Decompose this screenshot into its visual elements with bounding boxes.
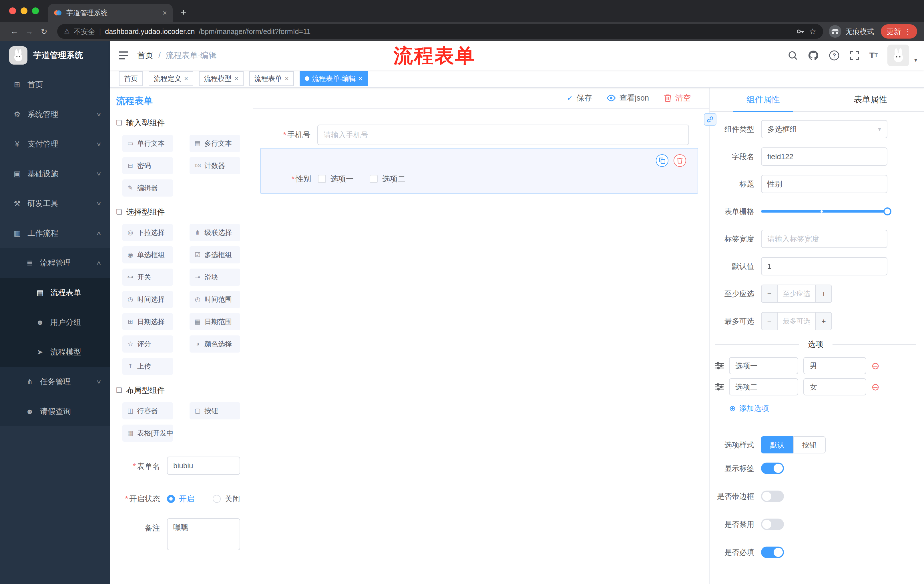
reload-button[interactable]: ↻ [36,27,51,36]
status-off-radio[interactable]: 关闭 [213,494,240,504]
increase-button[interactable]: + [815,313,832,330]
window-zoom-button[interactable] [32,7,39,14]
tag-close-icon[interactable]: × [184,74,188,82]
github-icon[interactable] [808,50,819,61]
tab-form-props[interactable]: 表单属性 [817,88,924,112]
required-toggle[interactable] [761,546,784,558]
label-width-input[interactable] [761,230,888,248]
field-name-input[interactable] [761,147,888,166]
option-value-input[interactable] [804,357,866,374]
browser-tab[interactable]: 芋道管理系统 × [48,4,173,22]
breadcrumb-home[interactable]: 首页 [137,51,153,60]
palette-item-single-line-text[interactable]: ▭单行文本 [122,135,173,152]
sidebar-item-system[interactable]: ⚙ 系统管理 ∨ [0,99,110,129]
form-remark-textarea[interactable]: 嘿嘿 [167,518,240,550]
option-drag-icon[interactable] [715,362,724,369]
tag-close-icon[interactable]: × [285,74,289,82]
selected-widget-gender[interactable]: *性别 选项一 选项二 [260,148,698,194]
option-label-input[interactable] [729,378,798,395]
avatar-caret-icon[interactable]: ▾ [914,57,917,63]
sidebar-logo[interactable]: 芋道管理系统 [0,41,110,70]
title-input[interactable] [761,175,888,193]
avatar[interactable] [888,44,909,66]
style-default-button[interactable]: 默认 [761,436,793,453]
sidebar-item-process-model[interactable]: ➤ 流程模型 [0,337,110,367]
option-remove-button[interactable]: ⊖ [871,361,880,370]
bookmark-star-icon[interactable]: ☆ [809,27,816,36]
option-value-input[interactable] [804,378,866,395]
sidebar-item-home[interactable]: ⊞ 首页 [0,70,110,99]
tag-process-model[interactable]: 流程模型× [199,71,244,86]
palette-item-select[interactable]: ◎下拉选择 [122,224,173,241]
address-bar[interactable]: ⚠ 不安全 | dashboard.yudao.iocoder.cn/bpm/m… [57,24,823,39]
tag-process-form-edit[interactable]: 流程表单-编辑× [300,71,368,86]
palette-item-counter[interactable]: 123计数器 [190,157,240,174]
decrease-button[interactable]: − [762,285,778,302]
gender-option2-checkbox[interactable]: 选项二 [370,174,405,184]
option-drag-icon[interactable] [715,383,724,391]
more-menu-icon[interactable]: ⋮ [904,28,911,36]
style-button-button[interactable]: 按钮 [793,436,826,453]
palette-item-time-range[interactable]: ◴时间范围 [190,291,240,308]
sidebar-item-payment[interactable]: ¥ 支付管理 ∨ [0,129,110,159]
palette-item-color-picker[interactable]: ◑颜色选择 [190,336,240,352]
update-menu-button[interactable]: 更新 ⋮ [881,24,917,39]
status-on-radio[interactable]: 开启 [167,494,195,504]
tab-component-props[interactable]: 组件属性 [710,88,817,112]
tag-home[interactable]: 首页 [119,71,143,86]
palette-item-button[interactable]: ▢按钮 [190,402,240,419]
tab-close-icon[interactable]: × [163,8,167,17]
palette-item-checkbox-group[interactable]: ☑多选框组 [190,246,240,263]
disabled-toggle[interactable] [761,518,784,530]
palette-item-radio-group[interactable]: ◉单选框组 [122,246,173,263]
font-size-icon[interactable]: TT [870,51,878,60]
key-icon[interactable] [796,27,805,36]
sidebar-item-process-management[interactable]: ≣ 流程管理 ∧ [0,248,110,278]
view-json-button[interactable]: 查看json [607,93,649,103]
palette-item-upload[interactable]: ↥上传 [122,358,173,375]
save-button[interactable]: ✓保存 [567,93,592,103]
palette-item-switch[interactable]: ⊶开关 [122,268,173,286]
decrease-button[interactable]: − [762,313,778,330]
add-option-button[interactable]: ⊕ 添加选项 [729,403,888,413]
max-select-input[interactable] [778,313,815,330]
palette-item-date-picker[interactable]: ⊞日期选择 [122,313,173,330]
tag-close-icon[interactable]: × [358,74,363,82]
min-select-input[interactable] [778,285,815,302]
show-label-toggle[interactable] [761,462,784,474]
sidebar-item-leave-query[interactable]: ☻ 请假查询 [0,396,110,426]
new-tab-button[interactable]: + [181,7,186,18]
sidebar-item-infrastructure[interactable]: ▣ 基础设施 ∨ [0,159,110,189]
tag-close-icon[interactable]: × [234,74,238,82]
clear-button[interactable]: 清空 [664,93,691,103]
gender-option1-checkbox[interactable]: 选项一 [318,174,354,184]
increase-button[interactable]: + [815,285,832,302]
default-value-input[interactable] [761,257,888,275]
fullscreen-icon[interactable] [850,50,860,61]
panel-link-icon[interactable] [704,113,716,126]
palette-item-editor[interactable]: ✎编辑器 [122,179,173,197]
option-remove-button[interactable]: ⊖ [871,382,880,392]
window-minimize-button[interactable] [21,7,28,14]
phone-field[interactable]: *手机号 [260,125,689,145]
palette-item-date-range[interactable]: ▦日期范围 [190,313,240,330]
form-grid-slider[interactable] [761,202,888,220]
sidebar-item-workflow[interactable]: ▥ 工作流程 ∧ [0,218,110,248]
sidebar-item-task-management[interactable]: ⋔ 任务管理 ∨ [0,367,110,396]
border-toggle[interactable] [761,490,784,502]
security-label[interactable]: 不安全 [74,27,95,36]
delete-widget-button[interactable] [673,154,686,167]
sidebar-item-process-form[interactable]: ▤ 流程表单 [0,278,110,308]
component-type-select[interactable]: 多选框组▾ [761,120,888,138]
hamburger-icon[interactable] [110,51,137,60]
palette-item-rate[interactable]: ☆评分 [122,336,173,352]
phone-input[interactable] [317,125,689,145]
palette-item-row-container[interactable]: ◫行容器 [122,402,173,419]
forward-button[interactable]: → [22,27,36,36]
palette-item-time-picker[interactable]: ◷时间选择 [122,291,173,308]
palette-item-multi-line-text[interactable]: ▤多行文本 [190,135,240,152]
palette-item-slider[interactable]: ⊸滑块 [190,268,240,286]
slider-handle[interactable] [883,207,891,216]
option-label-input[interactable] [729,357,798,374]
sidebar-item-user-group[interactable]: ☻ 用户分组 [0,308,110,337]
